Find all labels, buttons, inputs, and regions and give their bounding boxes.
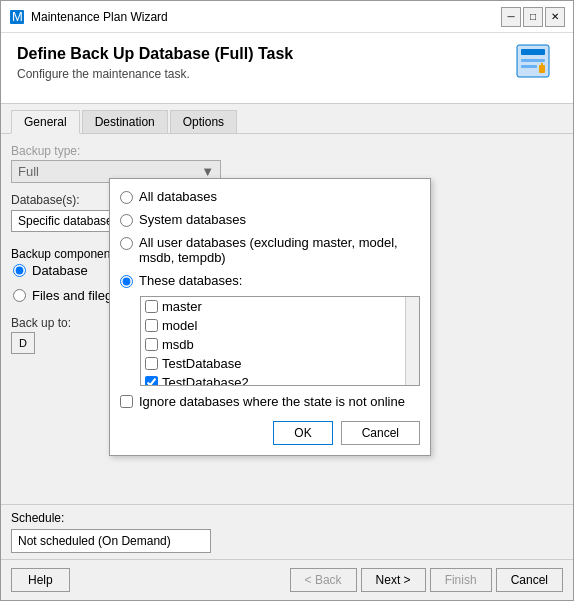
popup-radio-all-user-databases: All user databases (excluding master, mo… xyxy=(120,235,420,265)
title-bar-controls: ─ □ ✕ xyxy=(501,7,565,27)
title-bar: M Maintenance Plan Wizard ─ □ ✕ xyxy=(1,1,573,33)
radio-all-databases[interactable] xyxy=(120,191,133,204)
popup-buttons: OK Cancel xyxy=(120,421,420,445)
list-item: master xyxy=(141,297,419,316)
list-item: TestDatabase2 xyxy=(141,373,419,386)
app-icon: M xyxy=(9,9,25,25)
radio-all-user-databases[interactable] xyxy=(120,237,133,250)
system-databases-label: System databases xyxy=(139,212,246,227)
page-title: Define Back Up Database (Full) Task xyxy=(17,45,293,63)
back-button[interactable]: < Back xyxy=(290,568,357,592)
db-name-msdb: msdb xyxy=(162,337,194,352)
finish-button[interactable]: Finish xyxy=(430,568,492,592)
db-name-testdatabase2: TestDatabase2 xyxy=(162,375,249,386)
ignore-not-online-checkbox[interactable] xyxy=(120,395,133,408)
db-name-model: model xyxy=(162,318,197,333)
popup-cancel-button[interactable]: Cancel xyxy=(341,421,420,445)
radio-database-label: Database xyxy=(32,263,88,278)
ignore-not-online-label: Ignore databases where the state is not … xyxy=(139,394,405,409)
minimize-button[interactable]: ─ xyxy=(501,7,521,27)
backup-type-label: Backup type: xyxy=(11,144,221,158)
svg-text:M: M xyxy=(12,9,23,24)
header-icon xyxy=(509,37,557,85)
title-bar-text: Maintenance Plan Wizard xyxy=(31,10,501,24)
tab-general[interactable]: General xyxy=(11,110,80,134)
svg-rect-7 xyxy=(541,63,543,66)
radio-files[interactable] xyxy=(13,289,26,302)
all-user-databases-label: All user databases (excluding master, mo… xyxy=(139,235,420,265)
maximize-button[interactable]: □ xyxy=(523,7,543,27)
svg-rect-3 xyxy=(521,49,545,55)
database-list-box[interactable]: master model msdb TestDatabase TestDatab… xyxy=(140,296,420,386)
close-button[interactable]: ✕ xyxy=(545,7,565,27)
tab-options[interactable]: Options xyxy=(170,110,237,133)
radio-these-databases[interactable] xyxy=(120,275,133,288)
tab-destination[interactable]: Destination xyxy=(82,110,168,133)
these-databases-label: These databases: xyxy=(139,273,242,288)
list-scrollbar[interactable] xyxy=(405,297,419,385)
popup-ok-button[interactable]: OK xyxy=(273,421,332,445)
checkbox-testdatabase2[interactable] xyxy=(145,376,158,386)
tabs: General Destination Options xyxy=(1,104,573,134)
database-selection-popup: All databases System databases All user … xyxy=(109,178,431,456)
schedule-value: Not scheduled (On Demand) xyxy=(11,529,211,553)
cancel-button[interactable]: Cancel xyxy=(496,568,563,592)
svg-rect-4 xyxy=(521,59,545,62)
db-name-testdatabase: TestDatabase xyxy=(162,356,242,371)
main-content: Backup type: Full ▼ Database(s): Specifi… xyxy=(1,134,573,504)
ignore-row: Ignore databases where the state is not … xyxy=(120,394,420,409)
db-name-master: master xyxy=(162,299,202,314)
list-item: model xyxy=(141,316,419,335)
svg-rect-6 xyxy=(539,65,545,73)
popup-radio-these-databases: These databases: xyxy=(120,273,420,288)
list-item: TestDatabase xyxy=(141,354,419,373)
schedule-label: Schedule: xyxy=(11,511,563,525)
main-window: M Maintenance Plan Wizard ─ □ ✕ Define B… xyxy=(0,0,574,601)
popup-radio-system-databases: System databases xyxy=(120,212,420,227)
popup-radio-all-databases: All databases xyxy=(120,189,420,204)
checkbox-testdatabase[interactable] xyxy=(145,357,158,370)
next-button[interactable]: Next > xyxy=(361,568,426,592)
help-button[interactable]: Help xyxy=(11,568,70,592)
checkbox-model[interactable] xyxy=(145,319,158,332)
bottom-bar: Help < Back Next > Finish Cancel xyxy=(1,559,573,600)
header-section: Define Back Up Database (Full) Task Conf… xyxy=(1,33,573,104)
checkbox-msdb[interactable] xyxy=(145,338,158,351)
radio-database[interactable] xyxy=(13,264,26,277)
svg-rect-5 xyxy=(521,65,537,68)
schedule-section: Schedule: Not scheduled (On Demand) xyxy=(1,504,573,559)
list-item: msdb xyxy=(141,335,419,354)
all-databases-label: All databases xyxy=(139,189,217,204)
checkbox-master[interactable] xyxy=(145,300,158,313)
page-subtitle: Configure the maintenance task. xyxy=(17,67,293,81)
backup-to-button[interactable]: D xyxy=(11,332,35,354)
radio-system-databases[interactable] xyxy=(120,214,133,227)
nav-buttons: < Back Next > Finish Cancel xyxy=(290,568,563,592)
